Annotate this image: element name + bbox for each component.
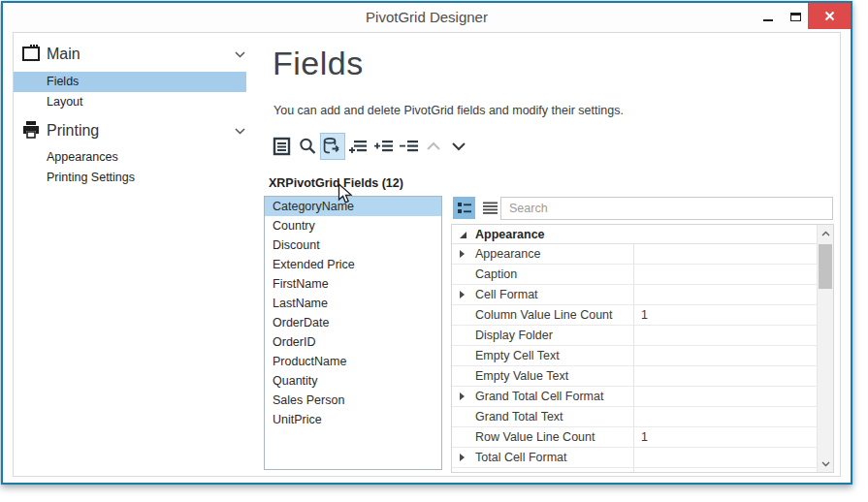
scroll-up-button[interactable] <box>818 225 833 241</box>
field-list-item[interactable]: CategoryName <box>265 197 441 216</box>
sidebar-section-main[interactable]: Main <box>14 43 246 68</box>
property-label: Empty Value Text <box>475 366 568 386</box>
property-grid-rows: Appearance Appearance <box>452 225 817 472</box>
property-row[interactable]: Appearance <box>452 244 817 265</box>
property-grid: Appearance Appearance <box>451 224 834 473</box>
close-icon <box>824 11 835 21</box>
sidebar-section-printing[interactable]: Printing <box>14 119 246 144</box>
expand-arrow-icon <box>460 392 465 400</box>
sidebar-section-label: Main <box>47 46 80 63</box>
property-category-row[interactable]: Appearance <box>452 225 817 244</box>
fields-toolbar <box>270 132 471 161</box>
sidebar-item[interactable]: Layout <box>14 92 246 112</box>
field-list-item[interactable]: Country <box>265 216 441 235</box>
sidebar-item[interactable]: Printing Settings <box>14 168 246 188</box>
property-row[interactable]: Row Value Line Count 1 <box>452 427 817 448</box>
sidebar-item-label: Appearances <box>47 150 118 164</box>
field-list-item[interactable]: Extended Price <box>265 255 441 274</box>
property-row[interactable]: Caption <box>452 265 817 285</box>
scroll-down-button[interactable] <box>818 455 833 472</box>
property-row[interactable]: Cell Format <box>452 285 817 305</box>
expand-arrow-icon <box>460 291 465 298</box>
property-value: 1 <box>641 427 648 447</box>
property-label: Grand Total Text <box>475 407 563 426</box>
add-field-button[interactable] <box>345 133 370 160</box>
collapse-triangle-icon <box>460 232 466 238</box>
search-fields-button[interactable] <box>295 133 320 160</box>
page-description: You can add and delete PivotGrid fields … <box>273 104 624 117</box>
maximize-button[interactable] <box>781 3 810 30</box>
field-list-item[interactable]: FirstName <box>265 274 441 294</box>
vertical-scrollbar[interactable] <box>817 225 833 472</box>
field-list-item[interactable]: Quantity <box>265 371 441 391</box>
fields-list-label: XRPivotGrid Fields (12) <box>269 176 403 190</box>
field-list-item[interactable]: ProductName <box>265 352 441 371</box>
page-title: Fields <box>273 45 364 82</box>
property-label: Total Cell Format <box>475 448 566 467</box>
sidebar-item[interactable]: Appearances <box>14 147 246 168</box>
insert-field-button[interactable] <box>370 133 396 160</box>
expand-arrow-icon <box>460 250 465 258</box>
retrieve-fields-icon <box>322 137 343 156</box>
field-list-item[interactable]: Sales Person <box>265 391 441 410</box>
app-window-icon <box>22 45 41 62</box>
retrieve-fields-button[interactable] <box>320 133 345 160</box>
titlebar[interactable]: PivotGrid Designer <box>3 3 851 32</box>
property-row[interactable]: Grand Total Cell Format <box>452 387 817 407</box>
property-rows-host: Appearance Caption <box>452 244 817 468</box>
field-list-item[interactable]: OrderDate <box>265 313 441 332</box>
expand-arrow-icon <box>460 454 465 461</box>
property-row[interactable]: Grand Total Text <box>452 407 817 427</box>
close-button[interactable] <box>808 3 851 29</box>
alphabetical-view-icon <box>483 202 498 214</box>
property-category-label: Appearance <box>475 228 545 241</box>
field-list-button[interactable] <box>270 133 295 160</box>
property-label: Caption <box>475 265 517 284</box>
property-grid-toolbar <box>451 195 834 224</box>
property-label: Appearance <box>475 244 540 264</box>
property-row[interactable]: Column Value Line Count 1 <box>452 305 817 326</box>
chevron-down-icon <box>235 128 245 135</box>
property-label: Empty Cell Text <box>475 346 560 365</box>
chevron-up-icon <box>821 231 830 236</box>
move-down-button[interactable] <box>446 133 471 160</box>
scrollbar-thumb[interactable] <box>819 244 832 289</box>
move-down-icon <box>451 141 466 151</box>
remove-field-button[interactable] <box>396 133 421 160</box>
sidebar-item-label: Printing Settings <box>47 171 135 184</box>
field-list-item[interactable]: UnitPrice <box>265 410 441 429</box>
search-icon <box>298 137 317 156</box>
sidebar-item-label: Fields <box>47 75 79 88</box>
property-row[interactable]: Empty Cell Text <box>452 346 817 366</box>
move-up-icon <box>426 141 441 151</box>
property-search-input[interactable] <box>500 197 833 220</box>
property-row[interactable]: Empty Value Text <box>452 366 817 387</box>
content-frame: Main Fields Layout Printing <box>13 32 841 477</box>
property-value: 1 <box>641 305 648 325</box>
property-label: Row Value Line Count <box>475 427 595 447</box>
move-up-button[interactable] <box>421 133 446 160</box>
property-label: Grand Total Cell Format <box>475 387 603 406</box>
window-title: PivotGrid Designer <box>3 9 851 25</box>
property-row[interactable]: Total Cell Format <box>452 448 817 468</box>
pivotgrid-designer-window: PivotGrid Designer Main <box>1 1 852 485</box>
field-list-item[interactable]: Discount <box>265 235 441 255</box>
field-list-item[interactable]: LastName <box>265 294 441 313</box>
sidebar-item[interactable]: Fields <box>14 72 246 92</box>
chevron-down-icon <box>235 51 245 58</box>
minimize-icon <box>763 19 773 21</box>
property-label: Display Folder <box>475 326 553 345</box>
sidebar-section-label: Printing <box>47 122 99 140</box>
property-grid-panel: Appearance Appearance <box>451 195 834 473</box>
insert-field-icon <box>373 137 394 156</box>
alphabetical-view-button[interactable] <box>479 197 501 219</box>
categorized-view-button[interactable] <box>453 197 475 219</box>
column-separator <box>633 244 634 472</box>
field-list-item[interactable]: OrderID <box>265 332 441 352</box>
property-label: Cell Format <box>475 285 538 304</box>
property-row[interactable]: Display Folder <box>452 326 817 346</box>
property-label: Column Value Line Count <box>475 305 613 325</box>
add-field-icon <box>348 137 369 156</box>
minimize-button[interactable] <box>754 3 783 30</box>
field-list-icon <box>273 137 292 156</box>
